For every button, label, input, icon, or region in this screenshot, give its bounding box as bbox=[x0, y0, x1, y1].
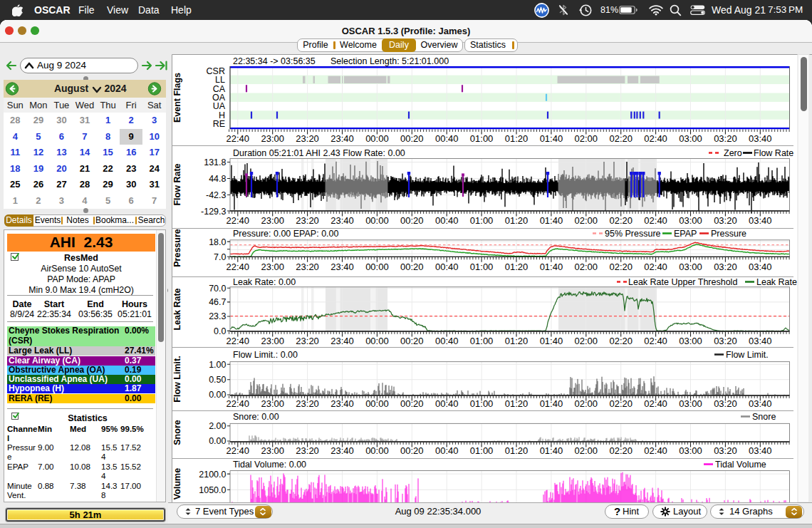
svg-text:131.8: 131.8 bbox=[204, 157, 226, 167]
svg-text:Tidal Volume: Tidal Volume bbox=[715, 460, 766, 470]
svg-text:01:40: 01:40 bbox=[540, 215, 563, 226]
svg-text:0.50: 0.50 bbox=[209, 375, 226, 385]
svg-text:0.0: 0.0 bbox=[214, 326, 226, 336]
svg-text:02:00: 02:00 bbox=[575, 336, 598, 346]
svg-text:22:35:34 -> 03:56:35: 22:35:34 -> 03:56:35 bbox=[233, 56, 316, 66]
svg-text:23:20: 23:20 bbox=[296, 133, 319, 144]
svg-text:02:00: 02:00 bbox=[575, 445, 598, 456]
svg-text:Duration 05:21:01 AHI 2.43 Flo: Duration 05:21:01 AHI 2.43 Flow Rate: 0.… bbox=[233, 148, 405, 158]
svg-text:02:20: 02:20 bbox=[609, 398, 633, 409]
svg-text:02:40: 02:40 bbox=[644, 262, 667, 272]
svg-text:46.7: 46.7 bbox=[209, 297, 226, 307]
svg-text:03:40: 03:40 bbox=[749, 445, 772, 456]
svg-text:03:20: 03:20 bbox=[714, 262, 737, 272]
svg-text:Flow Rate: Flow Rate bbox=[172, 163, 182, 205]
svg-text:Leak Rate: 0.00: Leak Rate: 0.00 bbox=[233, 277, 296, 287]
svg-text:23:00: 23:00 bbox=[261, 262, 284, 272]
svg-text:02:00: 02:00 bbox=[575, 215, 598, 226]
svg-text:00:00: 00:00 bbox=[365, 398, 389, 409]
svg-text:0.00: 0.00 bbox=[209, 436, 226, 446]
svg-text:00:00: 00:00 bbox=[365, 215, 389, 226]
svg-text:03:20: 03:20 bbox=[714, 215, 737, 226]
svg-text:EPAP: EPAP bbox=[674, 229, 697, 239]
svg-text:00:20: 00:20 bbox=[400, 445, 424, 456]
svg-text:23:40: 23:40 bbox=[330, 398, 354, 409]
svg-text:03:00: 03:00 bbox=[679, 133, 702, 144]
svg-text:Flow Limit.: Flow Limit. bbox=[726, 350, 769, 360]
svg-text:02:00: 02:00 bbox=[575, 398, 598, 409]
svg-text:01:40: 01:40 bbox=[540, 336, 563, 346]
svg-text:22:40: 22:40 bbox=[227, 133, 250, 144]
svg-text:01:40: 01:40 bbox=[540, 445, 563, 456]
svg-text:00:00: 00:00 bbox=[365, 445, 389, 456]
svg-text:01:20: 01:20 bbox=[505, 445, 529, 456]
svg-text:03:40: 03:40 bbox=[749, 262, 772, 272]
svg-text:01:20: 01:20 bbox=[505, 336, 529, 346]
svg-text:03:00: 03:00 bbox=[679, 215, 702, 226]
svg-text:02:40: 02:40 bbox=[644, 215, 667, 226]
svg-text:03:40: 03:40 bbox=[749, 398, 772, 409]
svg-text:23:20: 23:20 bbox=[296, 398, 319, 409]
svg-text:01:20: 01:20 bbox=[505, 215, 529, 226]
svg-text:Pressure: 0.00 EPAP: 0.00: Pressure: 0.00 EPAP: 0.00 bbox=[233, 229, 339, 239]
svg-text:23:40: 23:40 bbox=[330, 133, 354, 144]
svg-text:23:20: 23:20 bbox=[296, 262, 319, 272]
svg-text:Leak Rate: Leak Rate bbox=[756, 277, 797, 287]
svg-text:Selection Length: 5:21:01.000: Selection Length: 5:21:01.000 bbox=[330, 56, 449, 66]
svg-text:Pressure: Pressure bbox=[711, 229, 746, 239]
svg-text:01:00: 01:00 bbox=[470, 215, 494, 226]
svg-text:2.00: 2.00 bbox=[209, 421, 226, 431]
svg-text:18.0: 18.0 bbox=[209, 237, 226, 247]
svg-text:RE: RE bbox=[213, 119, 225, 129]
svg-text:23:40: 23:40 bbox=[330, 445, 354, 456]
svg-text:01:20: 01:20 bbox=[505, 262, 529, 272]
svg-text:00:20: 00:20 bbox=[400, 215, 424, 226]
svg-text:03:40: 03:40 bbox=[749, 133, 772, 144]
svg-text:03:00: 03:00 bbox=[679, 336, 702, 346]
svg-text:00:40: 00:40 bbox=[435, 336, 459, 346]
svg-text:23:00: 23:00 bbox=[261, 215, 284, 226]
svg-text:01:00: 01:00 bbox=[470, 133, 494, 144]
svg-text:00:00: 00:00 bbox=[365, 133, 389, 144]
svg-text:01:20: 01:20 bbox=[505, 133, 529, 144]
svg-text:03:40: 03:40 bbox=[749, 215, 772, 226]
svg-text:Volume: Volume bbox=[172, 468, 182, 499]
svg-text:03:20: 03:20 bbox=[714, 133, 737, 144]
svg-text:02:20: 02:20 bbox=[609, 133, 633, 144]
svg-text:03:20: 03:20 bbox=[714, 445, 737, 456]
svg-text:44.8: 44.8 bbox=[209, 174, 226, 184]
svg-text:00:40: 00:40 bbox=[435, 262, 459, 272]
svg-text:02:40: 02:40 bbox=[644, 336, 667, 346]
svg-text:Tidal Volume: 0.00: Tidal Volume: 0.00 bbox=[233, 460, 306, 470]
svg-text:03:40: 03:40 bbox=[749, 336, 772, 346]
svg-text:03:00: 03:00 bbox=[679, 398, 702, 409]
svg-text:Event Flags: Event Flags bbox=[172, 73, 182, 123]
svg-text:01:20: 01:20 bbox=[505, 398, 529, 409]
svg-text:23:00: 23:00 bbox=[261, 133, 284, 144]
svg-text:01:00: 01:00 bbox=[470, 262, 494, 272]
svg-text:1.00: 1.00 bbox=[209, 360, 226, 370]
svg-text:23.3: 23.3 bbox=[209, 311, 226, 321]
svg-text:00:00: 00:00 bbox=[365, 262, 389, 272]
svg-text:Snore: Snore bbox=[172, 420, 182, 445]
svg-text:Leak Rate Upper Threshold: Leak Rate Upper Threshold bbox=[628, 277, 737, 287]
svg-text:02:40: 02:40 bbox=[644, 133, 667, 144]
svg-text:01:40: 01:40 bbox=[540, 398, 563, 409]
svg-text:03:00: 03:00 bbox=[679, 445, 702, 456]
svg-text:00:40: 00:40 bbox=[435, 398, 459, 409]
svg-text:00:40: 00:40 bbox=[435, 215, 459, 226]
svg-text:23:00: 23:00 bbox=[261, 445, 284, 456]
svg-text:00:00: 00:00 bbox=[365, 336, 389, 346]
svg-text:23:40: 23:40 bbox=[330, 336, 354, 346]
svg-text:01:40: 01:40 bbox=[540, 133, 563, 144]
svg-text:22:40: 22:40 bbox=[227, 215, 250, 226]
svg-text:01:40: 01:40 bbox=[540, 262, 563, 272]
svg-text:03:20: 03:20 bbox=[714, 336, 737, 346]
svg-text:03:00: 03:00 bbox=[679, 262, 702, 272]
svg-text:02:20: 02:20 bbox=[609, 336, 633, 346]
svg-text:Pressure: Pressure bbox=[172, 229, 182, 267]
svg-text:22:40: 22:40 bbox=[227, 336, 250, 346]
svg-text:02:20: 02:20 bbox=[609, 215, 633, 226]
svg-text:22:40: 22:40 bbox=[227, 445, 250, 456]
svg-text:02:40: 02:40 bbox=[644, 398, 667, 409]
